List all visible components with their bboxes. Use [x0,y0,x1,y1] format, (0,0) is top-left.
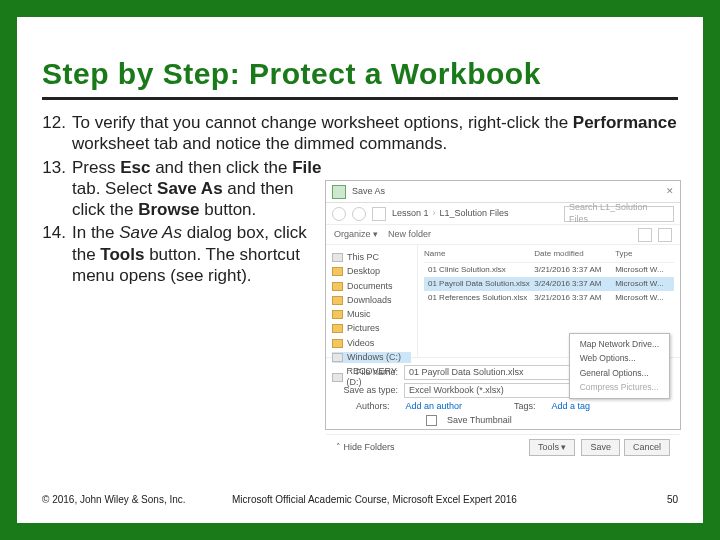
folder-icon [332,339,343,348]
menu-item[interactable]: Web Options... [570,351,669,366]
nav-back-icon[interactable] [332,207,346,221]
step-number: 13. [42,157,72,221]
crumb-1: Lesson 1 [392,208,429,219]
tree-item[interactable]: Windows (C:) [332,352,411,363]
step-number: 14. [42,222,72,286]
step-number: 12. [42,112,72,155]
footer-page: 50 [638,494,678,505]
file-row[interactable]: 01 Clinic Solution.xlsx3/21/2016 3:37 AM… [424,263,674,277]
file-list-header: Name Date modified Type [424,249,674,263]
folder-icon [332,282,343,291]
footer: © 2016, John Wiley & Sons, Inc. Microsof… [42,494,678,505]
file-row[interactable]: 01 Payroll Data Solution.xlsx3/24/2016 3… [424,277,674,291]
nav-up-icon[interactable] [372,207,386,221]
dialog-navbar: Lesson 1 › L1_Solution Files Search L1_S… [326,203,680,225]
slide-title: Step by Step: Protect a Workbook [42,57,678,100]
savetype-label: Save as type: [336,385,398,396]
folder-icon [332,267,343,276]
tree-item[interactable]: Videos [332,338,411,349]
footer-course: Microsoft Official Academic Course, Micr… [202,494,638,505]
dialog-title: Save As [352,186,385,197]
breadcrumb[interactable]: Lesson 1 › L1_Solution Files [392,208,509,219]
menu-item: Compress Pictures... [570,380,669,395]
footer-copyright: © 2016, John Wiley & Sons, Inc. [42,494,202,505]
dialog-titlebar: Save As ✕ [326,181,680,203]
nav-tree[interactable]: This PCDesktopDocumentsDownloadsMusicPic… [326,245,418,357]
authors-input[interactable]: Add an author [406,401,463,412]
save-thumbnail-checkbox[interactable] [426,415,437,426]
hide-folders-button[interactable]: ˄ Hide Folders [336,442,395,453]
step-12: 12. To verify that you cannot change wor… [42,112,678,155]
col-type[interactable]: Type [615,249,674,259]
authors-label: Authors: [356,401,390,412]
cancel-button[interactable]: Cancel [624,439,670,456]
help-icon[interactable] [658,228,672,242]
tree-item[interactable]: Pictures [332,323,411,334]
new-folder-button[interactable]: New folder [388,229,431,240]
filename-label: File name: [336,367,398,378]
tree-item[interactable]: Documents [332,281,411,292]
slide: Step by Step: Protect a Workbook 12. To … [17,17,703,523]
organize-button[interactable]: Organize ▾ [334,229,378,240]
menu-item[interactable]: General Options... [570,366,669,381]
tree-item[interactable]: Music [332,309,411,320]
dialog-bottom: ˄ Hide Folders Tools ▾ Save Cancel [326,434,680,460]
step-text: In the Save As dialog box, click the Too… [72,222,327,286]
col-name[interactable]: Name [424,249,534,259]
folder-icon [332,324,343,333]
search-input[interactable]: Search L1_Solution Files [564,206,674,222]
tags-label: Tags: [514,401,536,412]
step-text: Press Esc and then click the File tab. S… [72,157,327,221]
file-row[interactable]: 01 References Solution.xlsx3/21/2016 3:3… [424,291,674,305]
chevron-right-icon: › [433,208,436,219]
drive-icon [332,253,343,262]
tools-menu[interactable]: Map Network Drive...Web Options...Genera… [569,333,670,400]
save-as-dialog: Save As ✕ Lesson 1 › L1_Solution Files S… [325,180,681,430]
step-text: To verify that you cannot change workshe… [72,112,678,155]
col-date[interactable]: Date modified [534,249,615,259]
folder-icon [332,310,343,319]
tools-button[interactable]: Tools ▾ [529,439,576,456]
tree-item[interactable]: This PC [332,252,411,263]
close-icon[interactable]: ✕ [666,186,674,197]
tree-item[interactable]: Downloads [332,295,411,306]
tree-item[interactable]: Desktop [332,266,411,277]
save-button[interactable]: Save [581,439,620,456]
dialog-toolbar: Organize ▾ New folder [326,225,680,245]
excel-icon [332,185,346,199]
menu-item[interactable]: Map Network Drive... [570,337,669,352]
save-thumbnail-label: Save Thumbnail [447,415,512,426]
folder-icon [332,296,343,305]
tags-input[interactable]: Add a tag [552,401,591,412]
crumb-2: L1_Solution Files [440,208,509,219]
nav-forward-icon[interactable] [352,207,366,221]
view-icon[interactable] [638,228,652,242]
content-area: 12. To verify that you cannot change wor… [42,112,678,286]
drive-icon [332,353,343,362]
